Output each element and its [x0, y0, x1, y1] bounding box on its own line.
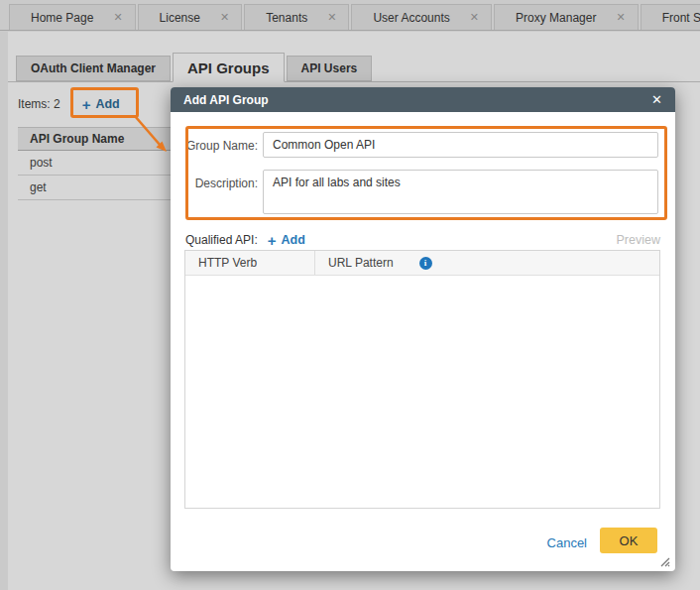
- qualified-api-row: Qualified API: + Add Preview: [185, 232, 660, 248]
- ok-button[interactable]: OK: [600, 528, 657, 553]
- add-api-group-dialog: Add API Group ✕ Group Name: Description:…: [171, 87, 675, 571]
- preview-link-disabled: Preview: [617, 233, 660, 247]
- qualified-api-table: HTTP Verb URL Pattern i: [184, 250, 660, 509]
- description-field[interactable]: API for all labs and sites: [263, 170, 658, 214]
- info-icon[interactable]: i: [419, 257, 432, 270]
- qualified-api-table-header: HTTP Verb URL Pattern i: [185, 251, 659, 276]
- group-name-field[interactable]: [263, 132, 658, 158]
- description-label: Description:: [180, 177, 258, 190]
- qualified-api-label: Qualified API:: [185, 233, 258, 247]
- resize-handle-icon[interactable]: [660, 557, 670, 567]
- add-button-label: Add: [281, 233, 304, 247]
- dialog-header[interactable]: Add API Group ✕: [171, 87, 675, 112]
- cancel-button[interactable]: Cancel: [547, 535, 587, 550]
- column-http-verb: HTTP Verb: [185, 251, 315, 275]
- column-label: URL Pattern: [328, 256, 394, 270]
- dialog-title: Add API Group: [183, 93, 269, 107]
- column-label: HTTP Verb: [198, 256, 257, 270]
- column-url-pattern: URL Pattern i: [315, 251, 659, 275]
- add-qualified-api-button[interactable]: + Add: [268, 233, 305, 248]
- close-icon[interactable]: ✕: [651, 93, 662, 106]
- plus-icon: +: [268, 233, 277, 248]
- group-name-label: Group Name:: [180, 139, 258, 153]
